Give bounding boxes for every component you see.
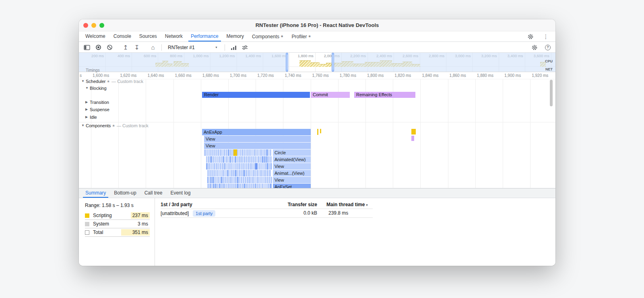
track-idle[interactable]: ▶ Idle	[85, 114, 97, 120]
track-suspense[interactable]: ▶ Suspense	[85, 107, 109, 112]
flame-bar-animated-view[interactable]: Animated(View)	[273, 156, 311, 163]
flame-tick	[215, 156, 216, 163]
expand-arrow-icon[interactable]: ▶	[85, 99, 90, 105]
flame-tick	[226, 170, 227, 176]
flame-bar-view[interactable]: View	[273, 163, 311, 170]
flame-tick	[252, 177, 254, 183]
track-scheduler[interactable]: ▼ Scheduler ∗ — Custom track	[81, 79, 143, 84]
flame-tick	[257, 177, 259, 183]
track-blocking[interactable]: ▼ Blocking	[85, 85, 107, 91]
flame-tick	[269, 163, 270, 170]
tab-sources[interactable]: Sources	[135, 31, 161, 41]
window-titlebar[interactable]: RNTester (iPhone 16 Pro) - React Native …	[79, 19, 555, 31]
tab-performance[interactable]: Performance	[187, 31, 223, 41]
timeline-panel[interactable]: s1,600 ms1,620 ms1,640 ms1,660 ms1,680 m…	[79, 72, 555, 188]
flame-tick	[249, 177, 250, 183]
flame-tick	[220, 163, 221, 170]
party-name: [unattributed]	[161, 211, 189, 216]
tab-bottom-up[interactable]: Bottom-up	[110, 188, 140, 198]
track-timings-label[interactable]: Timings	[86, 68, 100, 72]
help-icon[interactable]: ?	[545, 45, 551, 50]
flame-bar-animat-view[interactable]: Animat...(View)	[273, 170, 311, 176]
flame-tick	[259, 177, 260, 183]
ruler-time-label: 1,920 ms	[532, 73, 548, 78]
flame-tick	[242, 156, 243, 163]
record-button[interactable]	[93, 43, 103, 52]
toolbar-separator	[225, 44, 225, 51]
flame-tick	[206, 163, 208, 170]
timeline-overview[interactable]: 200 ms400 ms600 ms800 ms1,000 ms1,200 ms…	[79, 53, 555, 72]
flame-tick	[256, 177, 256, 183]
flame-bar-anexset[interactable]: AnExSet	[273, 184, 311, 188]
tab-network[interactable]: Network	[161, 31, 187, 41]
load-profile-icon[interactable]: ↥	[121, 43, 130, 52]
flame-tick	[235, 170, 237, 176]
target-select[interactable]: RNTester #1 ▼	[165, 44, 221, 51]
home-icon[interactable]: ⌂	[148, 43, 158, 52]
vertical-scrollbar[interactable]	[550, 80, 553, 106]
tab-event-log[interactable]: Event log	[166, 188, 194, 198]
dock-panel-icon[interactable]	[82, 43, 92, 52]
flame-tick	[270, 184, 272, 188]
header-main-thread-time[interactable]: Main thread time▾	[326, 202, 368, 207]
collapse-arrow-icon[interactable]: ▼	[81, 79, 86, 84]
ruler-time-label: 1,660 ms	[175, 73, 192, 78]
flame-bar-circle[interactable]: Circle	[273, 149, 311, 156]
party-table-row[interactable]: [unattributed] 1st party 0.0 kB 239.8 ms	[161, 209, 373, 218]
selection-handle-left[interactable]	[286, 53, 288, 72]
settings-gear-icon[interactable]	[526, 32, 535, 41]
tab-call-tree[interactable]: Call tree	[140, 188, 167, 198]
flame-tick	[239, 170, 241, 176]
chevron-down-icon: ▼	[215, 46, 218, 49]
track-transition[interactable]: ▶ Transition	[85, 99, 109, 105]
more-menu-icon[interactable]: ⋮	[541, 32, 551, 41]
capture-settings-icon[interactable]	[240, 43, 250, 52]
flame-tick	[217, 170, 218, 176]
tab-label: Memory	[227, 33, 244, 39]
throttle-gauge-icon[interactable]	[229, 43, 238, 52]
flame-tick	[213, 184, 215, 188]
selection-handle-right[interactable]	[332, 53, 334, 72]
overview-time-label: 1,800 ms	[291, 54, 314, 58]
summary-left-pane: Range: 1.58 s – 1.93 s Scripting 237 ms …	[79, 198, 155, 266]
devtools-tabbar: WelcomeConsoleSourcesNetworkPerformanceM…	[79, 31, 555, 42]
flame-tick	[246, 163, 247, 170]
overview-grid-line	[289, 53, 289, 72]
flame-tick	[215, 149, 217, 156]
panel-settings-gear-icon[interactable]	[530, 43, 539, 52]
scheduler-bar-commit[interactable]: Commit	[311, 92, 350, 98]
flame-bar-view[interactable]: View	[204, 143, 311, 149]
expand-arrow-icon[interactable]: ▶	[85, 107, 90, 112]
details-tabs: SummaryBottom-upCall treeEvent log	[81, 188, 194, 198]
save-profile-icon[interactable]: ↧	[132, 43, 142, 52]
tab-welcome[interactable]: Welcome	[81, 31, 109, 41]
flame-highlight-tick	[255, 163, 257, 170]
tab-label: Performance	[191, 33, 219, 39]
header-transfer-size[interactable]: Transfer size	[257, 202, 317, 207]
tab-summary[interactable]: Summary	[81, 188, 110, 198]
flame-tick	[213, 170, 215, 176]
flame-tick	[267, 184, 269, 188]
scheduler-bar-remaining-effects[interactable]: Remaining Effects	[354, 92, 415, 98]
flame-bar-anexapp[interactable]: AnExApp	[202, 129, 311, 135]
tab-memory[interactable]: Memory	[223, 31, 248, 41]
header-party[interactable]: 1st / 3rd party	[161, 202, 192, 207]
flame-bar-view[interactable]: View	[273, 177, 311, 183]
flame-tick	[235, 163, 236, 170]
flame-bar-view[interactable]: View	[204, 136, 311, 142]
collapse-arrow-icon[interactable]: ▼	[81, 123, 86, 128]
collapse-arrow-icon[interactable]: ▼	[85, 85, 90, 91]
track-suffix: — Custom track	[117, 123, 149, 128]
flame-tick	[253, 170, 255, 176]
tab-profiler[interactable]: Profiler∗	[288, 31, 316, 41]
tab-components[interactable]: Components∗	[248, 31, 288, 41]
flame-tick	[248, 163, 250, 170]
track-components[interactable]: ▼ Components ∗ — Custom track	[81, 123, 149, 128]
total-swatch	[85, 230, 89, 235]
flame-tick	[264, 184, 264, 188]
expand-arrow-icon[interactable]: ▶	[85, 114, 90, 120]
clear-button[interactable]	[105, 43, 114, 52]
scheduler-bar-render[interactable]: Render	[202, 92, 310, 98]
flame-tick	[220, 170, 221, 176]
tab-console[interactable]: Console	[109, 31, 135, 41]
